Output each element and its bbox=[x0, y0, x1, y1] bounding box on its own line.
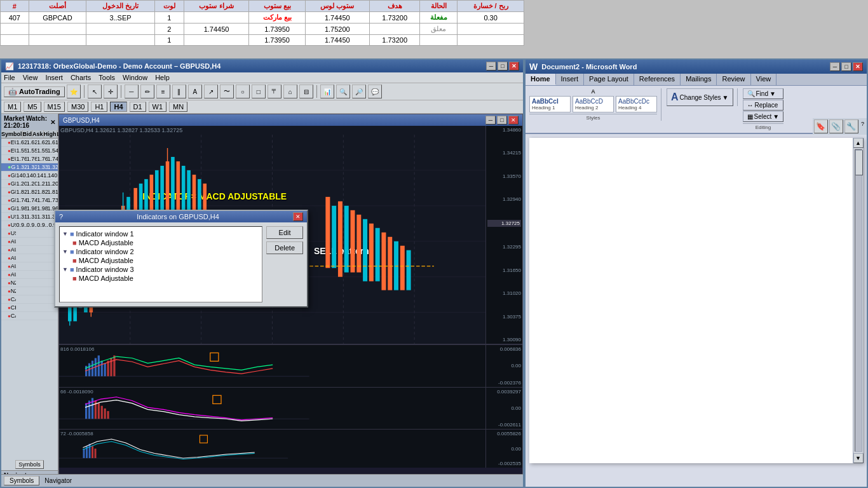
toolbar-zoom-out-btn[interactable]: 🔍 bbox=[336, 85, 350, 98]
menu-file[interactable]: File bbox=[4, 74, 15, 81]
list-item-gbpusd[interactable]: ●GBPUSD 1.32... 1.32... 1.33... 1.32 bbox=[1, 163, 58, 172]
tf-d1[interactable]: D1 bbox=[130, 102, 146, 112]
replace-btn[interactable]: ↔ Replace bbox=[743, 100, 784, 111]
dialog-help-icon[interactable]: ? bbox=[59, 213, 63, 220]
tab-references[interactable]: References bbox=[634, 74, 681, 85]
style-h4[interactable]: AaBbCcDc Heading 4 bbox=[616, 96, 657, 112]
list-item[interactable]: ●AUDCHF bbox=[1, 254, 58, 262]
tf-w1[interactable]: W1 bbox=[149, 102, 167, 112]
word-icon2[interactable]: 📎 bbox=[829, 119, 843, 133]
select-btn[interactable]: ▦ Select ▼ bbox=[743, 111, 784, 122]
list-item[interactable]: ●AUDJPY bbox=[1, 262, 58, 271]
toolbar-line-btn[interactable]: ─ bbox=[125, 85, 139, 98]
word-document-area[interactable]: ▲ ▼ bbox=[529, 138, 863, 463]
menu-tools[interactable]: Tools bbox=[98, 74, 115, 81]
tab-view[interactable]: View bbox=[751, 74, 777, 85]
list-item[interactable]: ●GBPCAD. 1.74... 1.74... 1.74... 1.73 bbox=[1, 196, 58, 205]
tf-m5[interactable]: M5 bbox=[24, 102, 41, 112]
list-item[interactable]: ●GBPNZD. 1.98... 1.98... 1.98... 1.96 bbox=[1, 205, 58, 213]
dialog-close-btn[interactable]: ✕ bbox=[293, 212, 303, 221]
tree-item-macd1[interactable]: ■ MACD Adjustable bbox=[72, 238, 259, 247]
list-item[interactable]: ●USDJPY bbox=[1, 229, 58, 238]
toolbar-pen-btn[interactable]: ✏ bbox=[140, 85, 154, 98]
list-item[interactable]: ●USDCHF 0.9... 0.9... 0.9... 0.9 bbox=[1, 221, 58, 229]
tab-page-layout[interactable]: Page Layout bbox=[584, 74, 634, 85]
menu-help[interactable]: Help bbox=[155, 74, 170, 81]
scroll-thumb[interactable] bbox=[855, 150, 863, 175]
list-item[interactable]: ●NZDJPY bbox=[1, 287, 58, 295]
help-btn[interactable]: ? bbox=[860, 119, 865, 133]
menu-window[interactable]: Window bbox=[123, 74, 147, 81]
menu-charts[interactable]: Charts bbox=[71, 74, 91, 81]
toolbar-text-btn[interactable]: A bbox=[188, 85, 202, 98]
style-h2[interactable]: AaBbCcD Heading 2 bbox=[573, 96, 614, 112]
tab-review[interactable]: Review bbox=[717, 74, 750, 85]
toolbar-star-btn[interactable]: ⭐ bbox=[67, 85, 81, 98]
delete-indicator-button[interactable]: Delete bbox=[266, 241, 303, 254]
list-item[interactable]: ●USDCAD 1.31... 1.31... 1.31... 1.30 bbox=[1, 213, 58, 221]
word-icon1[interactable]: 🔖 bbox=[814, 119, 828, 133]
autotrading-btn[interactable]: 🤖 AutoTrading bbox=[4, 86, 65, 97]
tree-item-window1[interactable]: ▼ ■ Indicator window 1 bbox=[62, 229, 259, 238]
toolbar-zoom-in-btn[interactable]: 🔎 bbox=[352, 85, 366, 98]
find-btn[interactable]: 🔍 Find ▼ bbox=[743, 88, 784, 99]
word-icon3[interactable]: 🔧 bbox=[844, 119, 858, 133]
menu-view[interactable]: View bbox=[23, 74, 38, 81]
scroll-up-btn[interactable]: ▲ bbox=[853, 138, 864, 148]
word-close-btn[interactable]: ✕ bbox=[853, 62, 863, 71]
symbols-bottom-btn[interactable]: Symbols bbox=[4, 476, 39, 485]
list-item[interactable]: ●EURCAD 1.55... 1.55... 1.55... 1.54 bbox=[1, 147, 58, 155]
list-item[interactable]: ●GBPJPY 140... 140... 141... 140 bbox=[1, 172, 58, 180]
symbols-button[interactable]: Symbols bbox=[15, 460, 44, 469]
word-maximize-btn[interactable]: □ bbox=[841, 62, 851, 71]
tf-m1[interactable]: M1 bbox=[4, 102, 21, 112]
list-item[interactable]: ●AUDNZD bbox=[1, 271, 58, 279]
list-item[interactable]: ●CADJPY bbox=[1, 295, 58, 304]
toolbar-chart-btn[interactable]: 📊 bbox=[320, 85, 334, 98]
list-item[interactable]: ●CADCHF bbox=[1, 312, 58, 320]
chart-maximize-btn[interactable]: □ bbox=[497, 116, 507, 125]
market-watch-close[interactable]: ✕ bbox=[50, 119, 55, 126]
list-item[interactable]: ●AUDCAD bbox=[1, 246, 58, 254]
toolbar-hline-btn[interactable]: ≡ bbox=[156, 85, 170, 98]
list-item[interactable]: ●CHFJPY bbox=[1, 304, 58, 312]
word-minimize-btn[interactable]: ─ bbox=[830, 62, 840, 71]
list-item[interactable]: ●NZDUSD bbox=[1, 279, 58, 287]
list-item[interactable]: ●EURAUD 1.62... 1.62... 1.62... 1.61 bbox=[1, 139, 58, 147]
tf-h4[interactable]: H4 bbox=[110, 102, 126, 112]
tab-mailings[interactable]: Mailings bbox=[681, 74, 717, 85]
mt4-close-btn[interactable]: ✕ bbox=[509, 62, 519, 71]
tf-mn[interactable]: MN bbox=[169, 102, 187, 112]
tree-item-window2[interactable]: ▼ ■ Indicator window 2 bbox=[62, 247, 259, 256]
change-styles-btn[interactable]: A Change Styles ▼ bbox=[667, 88, 733, 106]
menu-insert[interactable]: Insert bbox=[45, 74, 63, 81]
tf-m15[interactable]: M15 bbox=[44, 102, 65, 112]
toolbar-oval-btn[interactable]: ○ bbox=[236, 85, 250, 98]
chart-close-btn[interactable]: ✕ bbox=[508, 116, 519, 125]
toolbar-fib-btn[interactable]: 〒 bbox=[268, 85, 281, 98]
style-h1[interactable]: AaBbCcI Heading 1 bbox=[529, 96, 571, 112]
toolbar-plus-btn[interactable]: ✛ bbox=[104, 85, 118, 98]
mt4-minimize-btn[interactable]: ─ bbox=[486, 62, 496, 71]
toolbar-channel-btn[interactable]: ⊟ bbox=[299, 85, 313, 98]
tree-item-macd2[interactable]: ■ MACD Adjustable bbox=[72, 256, 259, 265]
tree-item-window3[interactable]: ▼ ■ Indicator window 3 bbox=[62, 265, 259, 274]
mt4-window-controls[interactable]: ─ □ ✕ bbox=[486, 62, 519, 71]
toolbar-arrow-btn[interactable]: ↗ bbox=[204, 85, 218, 98]
tf-m30[interactable]: M30 bbox=[67, 102, 88, 112]
toolbar-vline-btn[interactable]: ‖ bbox=[172, 85, 186, 98]
toolbar-rect-btn[interactable]: □ bbox=[252, 85, 266, 98]
scroll-track[interactable] bbox=[855, 149, 862, 452]
tf-h1[interactable]: H1 bbox=[91, 102, 107, 112]
mt4-maximize-btn[interactable]: □ bbox=[498, 62, 508, 71]
list-item[interactable]: ●EURNZD 1.76... 1.76... 1.76... 1.74 bbox=[1, 155, 58, 163]
toolbar-comment-btn[interactable]: 💬 bbox=[368, 85, 382, 98]
tab-insert[interactable]: Insert bbox=[556, 74, 585, 85]
tree-item-macd3[interactable]: ■ MACD Adjustable bbox=[72, 274, 259, 283]
toolbar-cursor-btn[interactable]: ↖ bbox=[88, 85, 102, 98]
list-item[interactable]: ●GBPAUD. 1.82... 1.82... 1.82... 1.81 bbox=[1, 188, 58, 196]
list-item[interactable]: ●AUDUSD bbox=[1, 238, 58, 246]
list-item[interactable]: ●GBPCHF 1.20... 1.20... 1.21... 1.20 bbox=[1, 180, 58, 188]
scroll-down-btn[interactable]: ▼ bbox=[853, 453, 864, 463]
toolbar-fan-btn[interactable]: ⌂ bbox=[283, 85, 297, 98]
